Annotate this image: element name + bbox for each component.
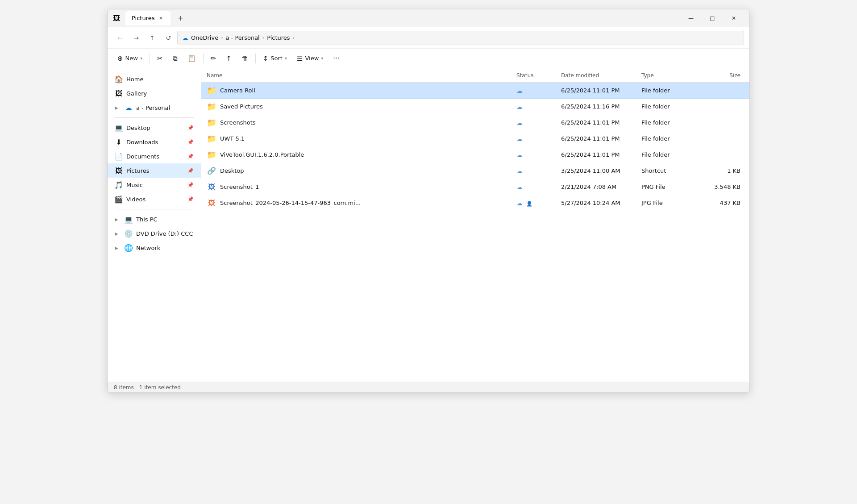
table-row[interactable]: 📁 Screenshots ☁ 6/25/2024 11:01 PM File … [201, 115, 749, 131]
more-button[interactable]: ··· [329, 51, 344, 66]
title-bar: 🖼 Pictures × + — □ ✕ [108, 9, 749, 27]
sort-label: Sort [270, 55, 283, 62]
file-type: File folder [641, 103, 699, 110]
cloud-sync-icon: ☁ [516, 151, 523, 158]
minimize-button[interactable]: — [681, 11, 701, 25]
file-date: 6/25/2024 11:01 PM [561, 135, 641, 142]
sidebar-item-videos[interactable]: 🎬 Videos 📌 [108, 192, 201, 206]
sidebar-divider-2 [115, 209, 194, 209]
sidebar-label-home: Home [126, 76, 194, 83]
sidebar-label-documents: Documents [126, 153, 184, 160]
table-row[interactable]: 📁 ViVeTool.GUI.1.6.2.0.Portable ☁ 6/25/2… [201, 147, 749, 163]
table-row[interactable]: 🔗 Desktop ☁ 3/25/2024 11:00 AM Shortcut … [201, 163, 749, 179]
new-label: New [125, 55, 138, 62]
expand-icon-dvd: ▶ [115, 231, 121, 236]
file-status: ☁ [516, 87, 561, 94]
tab-close-button[interactable]: × [157, 15, 164, 22]
view-button[interactable]: ☰ View ▾ [292, 51, 328, 66]
header-type[interactable]: Type [641, 72, 699, 79]
window-controls: — □ ✕ [681, 11, 744, 25]
header-name[interactable]: Name [207, 72, 516, 79]
sort-chevron-icon: ▾ [285, 56, 287, 61]
table-row[interactable]: 📁 UWT 5.1 ☁ 6/25/2024 11:01 PM File fold… [201, 131, 749, 147]
breadcrumb-personal[interactable]: a - Personal [226, 34, 260, 41]
maximize-button[interactable]: □ [702, 11, 723, 25]
sidebar-item-downloads[interactable]: ⬇ Downloads 📌 [108, 135, 201, 149]
sidebar-label-pictures: Pictures [126, 167, 184, 174]
downloads-icon: ⬇ [115, 138, 123, 146]
address-bar[interactable]: ☁ OneDrive › a - Personal › Pictures › [177, 31, 744, 45]
file-type: File folder [641, 119, 699, 126]
more-icon: ··· [333, 54, 339, 62]
active-tab[interactable]: Pictures × [125, 11, 171, 25]
main-content: 🏠 Home 🖼 Gallery ▶ ☁ a - Personal 💻 Desk… [108, 68, 749, 382]
view-label: View [305, 55, 319, 62]
sidebar-item-this-pc[interactable]: ▶ 💻 This PC [108, 212, 201, 226]
table-row[interactable]: 🖼 Screenshot_2024-05-26-14-15-47-963_com… [201, 195, 749, 211]
file-status: ☁ [516, 167, 561, 175]
sort-button[interactable]: ↕ Sort ▾ [258, 51, 291, 66]
sidebar-item-documents[interactable]: 📄 Documents 📌 [108, 149, 201, 163]
sidebar-label-videos: Videos [126, 196, 184, 203]
table-row[interactable]: 📁 Saved Pictures ☁ 6/25/2024 11:16 PM Fi… [201, 99, 749, 115]
forward-button[interactable]: → [129, 31, 143, 45]
pin-icon-documents: 📌 [187, 154, 194, 159]
sidebar: 🏠 Home 🖼 Gallery ▶ ☁ a - Personal 💻 Desk… [108, 68, 201, 382]
pin-icon-desktop: 📌 [187, 125, 194, 131]
copy-button[interactable]: ⧉ [168, 51, 182, 66]
file-status: ☁ [516, 151, 561, 158]
folder-icon: 📁 [207, 150, 216, 160]
breadcrumb-sep-3: › [293, 35, 295, 41]
share-button[interactable]: ↑ [221, 51, 236, 66]
back-button[interactable]: ← [113, 31, 127, 45]
cmd-separator-1 [150, 54, 150, 63]
header-date-modified[interactable]: Date modified [561, 72, 641, 79]
cut-button[interactable]: ✂ [153, 51, 167, 66]
onedrive-personal-icon: ☁ [125, 104, 133, 112]
breadcrumb-onedrive[interactable]: OneDrive [191, 34, 218, 41]
cmd-separator-2 [203, 54, 204, 63]
paste-button[interactable]: 📋 [183, 51, 200, 66]
dvd-icon: 💿 [125, 229, 133, 237]
file-status: ☁ [516, 103, 561, 110]
folder-icon: 📁 [207, 118, 216, 128]
header-status[interactable]: Status [516, 72, 561, 79]
this-pc-icon: 💻 [125, 215, 133, 223]
delete-button[interactable]: 🗑 [237, 51, 253, 66]
table-row[interactable]: 📁 Camera Roll ☁ 6/25/2024 11:01 PM File … [201, 83, 749, 99]
table-row[interactable]: 🖼 Screenshot_1 ☁ 2/21/2024 7:08 AM PNG F… [201, 179, 749, 195]
png-file-icon: 🖼 [207, 182, 216, 192]
close-button[interactable]: ✕ [724, 11, 744, 25]
music-icon: 🎵 [115, 181, 123, 189]
file-list-header: Name Status Date modified Type Size [201, 68, 749, 83]
file-name: Screenshots [220, 119, 516, 126]
header-size[interactable]: Size [699, 72, 744, 79]
selected-info: 1 item selected [139, 384, 181, 391]
view-chevron-icon: ▾ [321, 56, 323, 61]
sidebar-item-desktop[interactable]: 💻 Desktop 📌 [108, 121, 201, 135]
new-tab-button[interactable]: + [174, 12, 187, 25]
cmd-separator-3 [255, 54, 256, 63]
network-icon: 🌐 [125, 244, 133, 252]
rename-button[interactable]: ✏ [206, 51, 221, 66]
sidebar-item-a-personal[interactable]: ▶ ☁ a - Personal [108, 100, 201, 115]
new-button[interactable]: ⊕ New ▾ [113, 51, 147, 66]
file-type: PNG File [641, 183, 699, 190]
sidebar-item-home[interactable]: 🏠 Home [108, 72, 201, 86]
sidebar-item-network[interactable]: ▶ 🌐 Network [108, 241, 201, 255]
sidebar-item-pictures[interactable]: 🖼 Pictures 📌 [108, 163, 201, 178]
window-icon: 🖼 [113, 14, 120, 22]
documents-icon: 📄 [115, 152, 123, 160]
file-status: ☁ [516, 119, 561, 126]
breadcrumb-pictures[interactable]: Pictures [267, 34, 290, 41]
sidebar-item-dvd-drive[interactable]: ▶ 💿 DVD Drive (D:) CCC [108, 226, 201, 241]
sidebar-label-downloads: Downloads [126, 139, 184, 146]
cloud-sync-icon: ☁ [516, 135, 523, 142]
cut-icon: ✂ [157, 54, 163, 62]
file-status: ☁ [516, 183, 561, 191]
sidebar-item-gallery[interactable]: 🖼 Gallery [108, 86, 201, 100]
refresh-button[interactable]: ↺ [161, 31, 175, 45]
sidebar-item-music[interactable]: 🎵 Music 📌 [108, 178, 201, 192]
file-date: 5/27/2024 10:24 AM [561, 200, 641, 206]
up-button[interactable]: ↑ [145, 31, 159, 45]
